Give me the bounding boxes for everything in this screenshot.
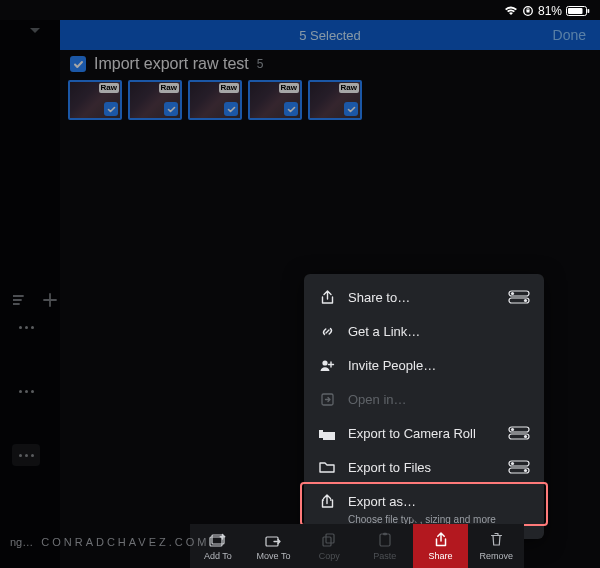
raw-badge: Raw	[159, 83, 179, 93]
raw-badge: Raw	[219, 83, 239, 93]
svg-point-6	[511, 292, 514, 295]
share-icon	[318, 288, 336, 306]
rotation-lock-icon	[522, 5, 534, 17]
collection-title: Import export raw test	[94, 55, 249, 73]
collection-checkbox[interactable]	[70, 56, 86, 72]
share-menu-caret	[411, 517, 425, 524]
camera-roll-icon	[318, 424, 336, 442]
svg-point-8	[524, 299, 527, 302]
menu-item-label: Export to Files	[348, 460, 496, 475]
collection-header: Import export raw test 5	[70, 55, 263, 73]
menu-item-label: Export as…	[348, 494, 530, 509]
more-icon[interactable]	[12, 380, 40, 402]
menu-item-share-to[interactable]: Share to…	[304, 280, 544, 314]
raw-badge: Raw	[339, 83, 359, 93]
album-add-icon	[209, 531, 226, 548]
selected-check-icon	[164, 102, 178, 116]
svg-point-18	[524, 469, 527, 472]
copy-icon	[322, 531, 336, 548]
menu-item-export-camera-roll[interactable]: Export to Camera Roll	[304, 416, 544, 450]
toolbar-label: Move To	[257, 551, 291, 561]
menu-item-label: Get a Link…	[348, 324, 530, 339]
selected-check-icon	[224, 102, 238, 116]
menu-item-get-link[interactable]: Get a Link…	[304, 314, 544, 348]
svg-point-12	[511, 428, 514, 431]
filter-icon[interactable]	[12, 292, 28, 308]
raw-badge: Raw	[279, 83, 299, 93]
trash-icon	[490, 531, 503, 548]
toolbar-move-to[interactable]: Move To	[246, 524, 302, 568]
raw-badge: Raw	[99, 83, 119, 93]
toolbar-label: Add To	[204, 551, 232, 561]
menu-item-export-as[interactable]: Export as…	[304, 484, 544, 518]
svg-rect-1	[526, 10, 529, 13]
svg-point-16	[511, 462, 514, 465]
selected-check-icon	[344, 102, 358, 116]
toolbar-label: Remove	[479, 551, 513, 561]
toolbar-copy: Copy	[301, 524, 357, 568]
toolbar-remove[interactable]: Remove	[468, 524, 524, 568]
thumbnail[interactable]: Raw	[248, 80, 302, 120]
toolbar-label: Share	[429, 551, 453, 561]
more-icon[interactable]	[12, 444, 40, 466]
wifi-icon	[504, 6, 518, 16]
svg-rect-3	[568, 8, 583, 14]
thumbnail-row: Raw Raw Raw Raw Raw	[68, 80, 362, 120]
folder-icon	[318, 458, 336, 476]
thumbnail[interactable]: Raw	[68, 80, 122, 120]
status-bar: 81%	[504, 0, 600, 20]
menu-item-label: Open in…	[348, 392, 530, 407]
settings-toggle-icon[interactable]	[508, 290, 530, 304]
left-toolbar	[12, 292, 58, 308]
svg-point-9	[322, 360, 327, 365]
svg-rect-4	[588, 9, 590, 13]
export-as-icon	[318, 492, 336, 510]
svg-rect-24	[380, 534, 390, 546]
battery-icon	[566, 5, 590, 17]
more-icon[interactable]	[12, 316, 40, 338]
bottom-toolbar: Add To Move To Copy Paste Share Remove	[190, 524, 524, 568]
svg-point-14	[524, 435, 527, 438]
done-button[interactable]: Done	[553, 20, 586, 50]
selected-check-icon	[284, 102, 298, 116]
selection-count-label: 5 Selected	[299, 28, 360, 43]
share-menu: Share to… Get a Link… Invite People… Ope…	[304, 274, 544, 539]
people-add-icon	[318, 356, 336, 374]
toolbar-label: Copy	[319, 551, 340, 561]
share-icon	[434, 531, 448, 548]
selection-bar: 5 Selected Done	[60, 20, 600, 50]
toolbar-share[interactable]: Share	[413, 524, 469, 568]
svg-rect-23	[326, 534, 334, 543]
paste-icon	[378, 531, 392, 548]
battery-percent: 81%	[538, 4, 562, 18]
thumbnail[interactable]: Raw	[128, 80, 182, 120]
link-icon	[318, 322, 336, 340]
thumbnail[interactable]: Raw	[188, 80, 242, 120]
menu-item-label: Invite People…	[348, 358, 530, 373]
settings-toggle-icon[interactable]	[508, 460, 530, 474]
selected-check-icon	[104, 102, 118, 116]
settings-toggle-icon[interactable]	[508, 426, 530, 440]
toolbar-label: Paste	[373, 551, 396, 561]
open-in-icon	[318, 390, 336, 408]
menu-item-open-in: Open in…	[304, 382, 544, 416]
svg-rect-22	[323, 537, 331, 546]
album-move-icon	[265, 531, 282, 548]
collection-count: 5	[257, 57, 264, 71]
menu-item-invite-people[interactable]: Invite People…	[304, 348, 544, 382]
add-icon[interactable]	[42, 292, 58, 308]
toolbar-paste: Paste	[357, 524, 413, 568]
menu-item-export-files[interactable]: Export to Files	[304, 450, 544, 484]
svg-rect-25	[383, 533, 387, 535]
thumbnail[interactable]: Raw	[308, 80, 362, 120]
watermark: ng…CONRADCHAVEZ.COM	[10, 536, 209, 548]
menu-item-label: Share to…	[348, 290, 496, 305]
menu-item-label: Export to Camera Roll	[348, 426, 496, 441]
